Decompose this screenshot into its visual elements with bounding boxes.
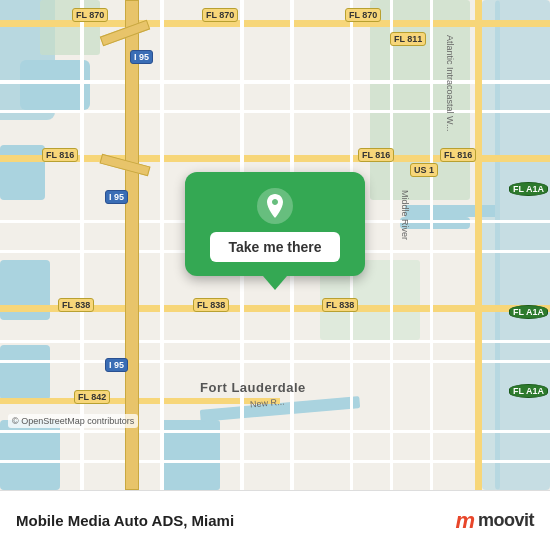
- middle-river2: [400, 217, 470, 229]
- badge-fl838-3: FL 838: [322, 298, 358, 312]
- badge-fl811: FL 811: [390, 32, 426, 46]
- coastal-label: Atlantic Intracoastal W...: [445, 35, 455, 132]
- water-pond4: [0, 345, 50, 400]
- badge-i95-3: I 95: [105, 358, 128, 372]
- badge-fl870-2: FL 870: [202, 8, 238, 22]
- intracoastal: [495, 0, 550, 490]
- badge-fl816-1: FL 816: [42, 148, 78, 162]
- badge-fl870-1: FL 870: [72, 8, 108, 22]
- badge-i95-1: I 95: [130, 50, 153, 64]
- road-v2: [160, 0, 164, 490]
- badge-fl838-2: FL 838: [193, 298, 229, 312]
- badge-fl842: FL 842: [74, 390, 110, 404]
- badge-i95-2: I 95: [105, 190, 128, 204]
- road-fl842: [0, 398, 280, 404]
- middle-river-label: Middle River: [400, 190, 410, 240]
- road-v6: [390, 0, 393, 490]
- popup-card: Take me there: [185, 172, 365, 276]
- badge-fla1a-1: FL A1A: [509, 182, 548, 196]
- badge-fl838-1: FL 838: [58, 298, 94, 312]
- map-attribution: © OpenStreetMap contributors: [8, 414, 138, 428]
- road-v7: [430, 0, 433, 490]
- badge-fl816-2: FL 816: [358, 148, 394, 162]
- map-container: FL 870 FL 870 FL 870 FL 816 FL 816 FL 81…: [0, 0, 550, 490]
- location-pin-icon: [257, 188, 293, 224]
- moovit-text: moovit: [478, 510, 534, 531]
- badge-us1: US 1: [410, 163, 438, 177]
- badge-fla1a-3: FL A1A: [509, 384, 548, 398]
- intracoastal2: [482, 0, 500, 490]
- badge-fl870-3: FL 870: [345, 8, 381, 22]
- moovit-m-icon: m: [455, 508, 474, 534]
- city-label-fort-lauderdale: Fort Lauderdale: [200, 380, 306, 395]
- badge-fla1a-2: FL A1A: [509, 305, 548, 319]
- take-me-there-button[interactable]: Take me there: [210, 232, 339, 262]
- water-pond2: [0, 145, 45, 200]
- badge-fl816-3: FL 816: [440, 148, 476, 162]
- bottom-bar: Mobile Media Auto ADS, Miami m moovit: [0, 490, 550, 550]
- road-fla1a: [475, 0, 482, 490]
- bottom-bar-title: Mobile Media Auto ADS, Miami: [16, 512, 455, 529]
- moovit-logo: m moovit: [455, 508, 534, 534]
